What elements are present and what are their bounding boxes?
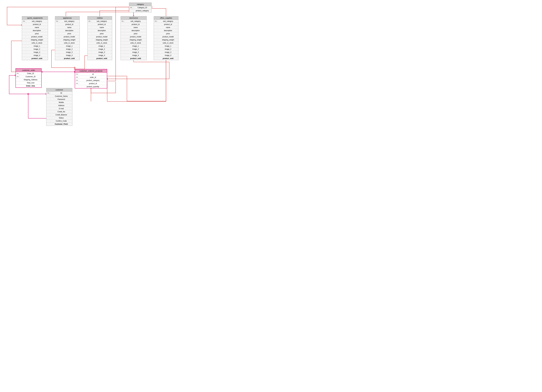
entity-row-sports_equipments-3: description (22, 29, 48, 32)
entity-row-appliances-7: units_in_stock (55, 41, 80, 44)
entity-header-customer_ordered_products: customer_ordered_products (75, 69, 107, 73)
entity-key-empty-office_supplies-1 (154, 24, 158, 25)
entity-key-empty-appliances-3 (55, 30, 59, 31)
entity-row-clothes-4: price (87, 32, 112, 35)
entity-row-clothes-12: product_sold (87, 57, 112, 60)
entity-field-customer-2: Password (50, 98, 72, 101)
entity-field-appliances-4: price (59, 32, 80, 35)
entity-field-office_supplies-12: product_sold (158, 57, 178, 60)
entity-row-category-1: product_category (129, 9, 152, 12)
entity-row-office_supplies-12: product_sold (154, 57, 178, 60)
entity-field-customer-5: E-mail (50, 107, 72, 110)
entity-row-customer_ordered_products-2: FKproduct_category (75, 79, 107, 82)
entity-field-clothes-4: price (92, 32, 112, 35)
entity-row-customer-1: Customer_Name (46, 95, 72, 98)
entity-row-customer_ordered_products-0: PKid (75, 73, 107, 76)
entity-key-empty-appliances-9 (55, 49, 59, 49)
entity-row-office_supplies-7: units_in_stock (154, 41, 178, 44)
entity-office_supplies: office_suppliesPKsub_categoryproduct_idn… (154, 16, 179, 60)
entity-key-customer_ordered_products-3: FK (75, 82, 79, 85)
entity-key-empty-appliances-12 (55, 58, 59, 59)
entity-row-sports_equipments-6: shipping_weight (22, 38, 48, 41)
entity-row-electronics-9: image_2 (121, 48, 146, 51)
entity-field-customer-0: ID (50, 92, 72, 94)
entity-row-office_supplies-5: product_model (154, 35, 178, 38)
entity-key-empty-electronics-3 (121, 30, 125, 31)
entity-key-empty-clothes-10 (87, 52, 92, 53)
entity-field-customer-1: Customer_Name (50, 95, 72, 97)
entity-row-customer_ordered_products-3: FKproduct_id (75, 82, 107, 85)
entity-row-clothes-11: image_4 (87, 54, 112, 57)
entity-customer_ordered_products: customer_ordered_productsPKidFKorder_idF… (75, 69, 107, 89)
entity-row-clothes-2: name (87, 26, 112, 29)
entity-field-category-0: Category_ID (133, 6, 152, 9)
entity-field-appliances-8: image_1 (59, 45, 80, 47)
entity-key-office_supplies-0: PK (154, 20, 158, 22)
entity-field-clothes-3: description (92, 29, 112, 32)
entity-key-sports_equipments-0: PK (22, 20, 26, 22)
entity-field-appliances-0: sub_category (59, 20, 80, 22)
entity-key-empty-sports_equipments-6 (22, 40, 26, 40)
entity-field-clothes-6: shipping_weight (92, 39, 112, 41)
entity-field-electronics-4: price (125, 32, 146, 35)
entity-row-office_supplies-8: image_1 (154, 44, 178, 48)
entity-row-sports_equipments-2: name (22, 26, 48, 29)
entity-key-empty-clothes-2 (87, 27, 92, 28)
entity-row-office_supplies-3: description (154, 29, 178, 32)
entity-row-appliances-3: description (55, 29, 80, 32)
entity-field-electronics-0: sub_category (125, 20, 146, 22)
entity-key-empty-office_supplies-11 (154, 55, 158, 56)
entity-field-customer-10: Customer_Point (50, 123, 72, 125)
entity-row-appliances-5: product_model (55, 35, 80, 38)
entity-field-customer_order-1: Customer_ID (20, 75, 41, 78)
entity-row-sports_equipments-11: image_4 (22, 54, 48, 57)
entity-key-empty-office_supplies-12 (154, 58, 158, 59)
entity-row-appliances-6: shipping_weight (55, 38, 80, 41)
entity-key-empty-electronics-10 (121, 52, 125, 53)
entity-row-sports_equipments-12: product_sold (22, 57, 48, 60)
entity-appliances: appliancesPKsub_categoryproduct_idnamede… (55, 16, 80, 60)
entity-field-sports_equipments-1: product_id (26, 23, 48, 26)
entity-key-empty-clothes-1 (87, 24, 92, 25)
entity-row-clothes-3: description (87, 29, 112, 32)
entity-field-sports_equipments-9: image_2 (26, 48, 48, 50)
entity-row-customer-2: Password (46, 98, 72, 101)
entity-field-electronics-3: description (125, 29, 146, 32)
entity-field-electronics-6: shipping_weight (125, 39, 146, 41)
entity-key-empty-sports_equipments-11 (22, 55, 26, 56)
entity-key-empty-sports_equipments-8 (22, 46, 26, 46)
entity-key-empty-customer-10 (46, 124, 50, 124)
entity-key-empty-customer-2 (46, 99, 50, 100)
entity-key-empty-sports_equipments-1 (22, 24, 26, 25)
entity-key-empty-office_supplies-3 (154, 30, 158, 31)
entity-key-empty-office_supplies-5 (154, 37, 158, 37)
entity-sports_equipments: sports_equipmentsPKsub_categoryproduct_i… (22, 16, 48, 60)
entity-row-electronics-5: product_model (121, 35, 146, 38)
entity-field-appliances-7: units_in_stock (59, 42, 80, 44)
entity-field-electronics-11: image_4 (125, 54, 146, 57)
entity-field-electronics-12: product_sold (125, 57, 146, 60)
entity-key-customer_order-0: PK (16, 72, 20, 75)
entity-key-empty-customer-4 (46, 105, 50, 106)
entity-header-customer_order: customer_order (16, 69, 41, 72)
entity-row-electronics-1: product_id (121, 23, 146, 26)
entity-key-empty-clothes-11 (87, 55, 92, 56)
entity-field-clothes-11: image_4 (92, 54, 112, 57)
entity-row-customer_order-1: FKCustomer_ID (16, 75, 41, 78)
entity-key-empty-customer_order-3 (16, 83, 20, 83)
entity-row-electronics-10: image_3 (121, 51, 146, 54)
entity-row-clothes-6: shipping_weight (87, 38, 112, 41)
entity-row-electronics-4: price (121, 32, 146, 35)
entity-field-customer_order-0: Order_ID (20, 72, 41, 75)
entity-key-empty-clothes-12 (87, 58, 92, 59)
entity-field-sports_equipments-11: image_4 (26, 54, 48, 57)
entity-field-electronics-5: product_model (125, 36, 146, 38)
entity-field-office_supplies-9: image_2 (158, 48, 178, 50)
entity-field-customer-6: Credit_No (50, 111, 72, 113)
entity-key-empty-electronics-6 (121, 40, 125, 40)
entity-row-customer-7: Credit_Balance (46, 113, 72, 116)
entity-row-clothes-10: image_3 (87, 51, 112, 54)
entity-key-customer_ordered_products-2: FK (75, 79, 79, 82)
entity-row-customer-5: E-mail (46, 107, 72, 110)
entity-header-electronics: electronics (121, 16, 146, 20)
